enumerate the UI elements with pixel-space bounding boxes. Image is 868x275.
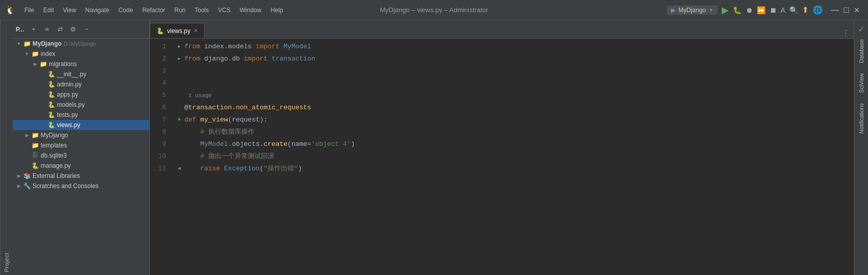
coverage-button[interactable]: ⏺	[746, 6, 753, 14]
tree-item-admin[interactable]: 🐍 admin.py	[13, 79, 149, 89]
project-panel-label[interactable]: Project	[0, 20, 13, 275]
menu-navigate[interactable]: Navigate	[81, 5, 113, 16]
folder-icon: 📁	[31, 141, 39, 149]
tree-label: admin.py	[57, 81, 82, 88]
menu-view[interactable]: View	[59, 5, 80, 16]
tree-item-mydjango-sub[interactable]: ▶ 📁 MyDjango	[13, 130, 149, 140]
minus-button[interactable]: −	[81, 24, 92, 35]
python-file-icon: 🐍	[47, 80, 55, 88]
python-file-icon: 🐍	[47, 70, 55, 78]
python-file-icon: 🐍	[47, 111, 55, 119]
tree-item-apps[interactable]: 🐍 apps.py	[13, 89, 149, 100]
tree-label: views.py	[57, 121, 80, 129]
debug-button[interactable]: 🐛	[733, 6, 742, 14]
tree-item-migrations[interactable]: ▶ 📁 migrations	[13, 59, 149, 69]
tree-item-mydjango[interactable]: ▼ 📁 MyDjango D:\MyDjango	[13, 39, 149, 49]
tree-item-index[interactable]: ▼ 📁 index	[13, 49, 149, 59]
tree-item-views[interactable]: 🐍 views.py	[13, 120, 149, 130]
python-file-icon: 🐍	[47, 101, 55, 109]
minimize-button[interactable]: —	[831, 6, 839, 15]
translate-button[interactable]: A	[781, 6, 785, 14]
gear-icon[interactable]: ⚙	[68, 24, 79, 35]
menu-window[interactable]: Window	[236, 5, 266, 16]
profile-button[interactable]: ⏩	[757, 6, 765, 14]
new-file-button[interactable]: +	[28, 24, 39, 35]
tree-label: db.sqlite3	[41, 152, 67, 159]
tree-arrow: ▶	[23, 133, 31, 138]
fold-marker[interactable]: ▶	[178, 41, 180, 53]
run-button[interactable]: ▶	[722, 5, 729, 16]
code-line-9: # 抛出一个异常测试回滚	[170, 150, 854, 163]
scratches-icon: 🔧	[23, 182, 31, 190]
code-editor[interactable]: 1 2 3 4 5 6 7 8 9 10 11 ▶ from index.mod…	[150, 39, 854, 275]
usage-hint: 1 usage	[188, 89, 212, 102]
tree-item-external-libs[interactable]: ▶ 📚 External Libraries	[13, 171, 149, 181]
tree-arrow: ▼	[15, 41, 23, 46]
update-button[interactable]: ⬆	[802, 5, 809, 15]
expand-button[interactable]: ⇄	[54, 24, 66, 35]
tab-bar: 🐍 views.py ✕ ⋮	[150, 20, 854, 39]
tree-item-init[interactable]: 🐍 __init__.py	[13, 69, 149, 79]
tree-arrow: ▶	[15, 184, 23, 189]
run-config-dropdown-icon[interactable]: ▼	[709, 8, 714, 13]
database-icon: 🗄	[31, 151, 39, 160]
code-line-6: ▼ def my_view(request):	[170, 114, 854, 126]
tree-item-tests[interactable]: 🐍 tests.py	[13, 110, 149, 120]
folder-icon: 📁	[39, 60, 47, 68]
menu-run[interactable]: Run	[170, 5, 189, 16]
code-content[interactable]: ▶ from index.models import MyModel ▶ fro…	[170, 39, 854, 275]
tree-arrow: ▼	[23, 51, 31, 56]
collapse-all-button[interactable]: ≡	[41, 24, 52, 35]
tree-arrow: ▶	[15, 173, 23, 178]
editor-menu-button[interactable]: ⋮	[842, 28, 850, 38]
library-icon: 📚	[23, 172, 31, 180]
menu-help[interactable]: Help	[267, 5, 287, 16]
editor-area: 🐍 views.py ✕ ⋮ 1 2 3 4 5 6 7 8 9 10	[150, 20, 854, 275]
tree-label: External Libraries	[33, 172, 80, 179]
tree-path: D:\MyDjango	[63, 41, 96, 47]
tree-label: manage.py	[41, 162, 71, 169]
sidebar-title: P...	[16, 26, 24, 33]
window-title: MyDjango – views.py – Administrator	[380, 6, 488, 14]
python-file-icon: 🐍	[47, 121, 55, 129]
code-line-1: ▶ from index.models import MyModel	[170, 41, 854, 53]
folder-icon: 📁	[31, 131, 39, 139]
python-file-icon: 🐍	[31, 162, 39, 170]
tree-label: templates	[41, 142, 67, 149]
settings-icon[interactable]: 🌐	[813, 5, 823, 15]
sidebar-item-sciview[interactable]: SciView	[856, 68, 867, 98]
menu-tools[interactable]: Tools	[190, 5, 213, 16]
tab-close-button[interactable]: ✕	[194, 27, 198, 34]
sidebar-item-database[interactable]: Database	[856, 34, 867, 68]
menu-vcs[interactable]: VCS	[214, 5, 235, 16]
menu-edit[interactable]: Edit	[39, 5, 58, 16]
fold-marker[interactable]: ▶	[178, 53, 180, 65]
code-line-7: # 执行数据库操作	[170, 126, 854, 138]
python-file-icon: 🐍	[47, 90, 55, 99]
run-config-icon: ▶	[671, 7, 676, 14]
tree-item-models[interactable]: 🐍 models.py	[13, 100, 149, 110]
menu-file[interactable]: File	[20, 5, 38, 16]
tree-item-manage[interactable]: 🐍 manage.py	[13, 161, 149, 171]
project-sidebar: P... + ≡ ⇄ ⚙ − ▼ 📁 MyDjango D:\MyDjango …	[13, 20, 150, 275]
tab-views-py[interactable]: 🐍 views.py ✕	[150, 23, 205, 38]
maximize-button[interactable]: ☐	[843, 6, 850, 14]
search-button[interactable]: 🔍	[789, 6, 798, 14]
fold-marker[interactable]: ▼	[178, 114, 180, 126]
stop-button[interactable]: ⏹	[769, 6, 777, 14]
tree-item-db[interactable]: 🗄 db.sqlite3	[13, 150, 149, 161]
menu-code[interactable]: Code	[114, 5, 137, 16]
tree-item-scratches[interactable]: ▶ 🔧 Scratches and Consoles	[13, 181, 149, 191]
tree-label: migrations	[49, 60, 77, 68]
sidebar-item-notifications[interactable]: Notifications	[856, 98, 867, 139]
close-button[interactable]: ✕	[854, 6, 860, 14]
tree-label: Scratches and Consoles	[33, 182, 99, 190]
tree-item-templates[interactable]: 📁 templates	[13, 140, 149, 150]
folder-icon: 📁	[31, 50, 39, 58]
tree-label: MyDjango	[41, 132, 68, 139]
right-sidebar: ✓ Database SciView Notifications	[854, 20, 868, 275]
folder-icon: 📁	[23, 40, 31, 48]
code-line-3	[170, 65, 854, 77]
menu-refactor[interactable]: Refactor	[138, 5, 169, 16]
app-logo: 🐧	[4, 4, 16, 16]
